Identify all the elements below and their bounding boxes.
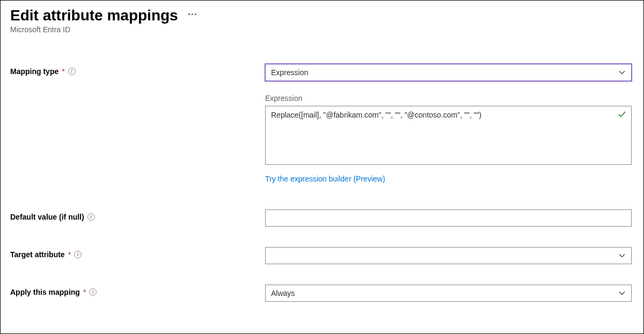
info-icon[interactable]: i — [74, 251, 82, 258]
mapping-type-label: Mapping type — [10, 67, 58, 76]
apply-mapping-select[interactable]: Always — [265, 285, 632, 302]
info-icon[interactable]: i — [89, 288, 97, 296]
required-indicator: * — [83, 288, 86, 296]
chevron-down-icon — [618, 252, 626, 259]
expression-label: Expression — [265, 94, 632, 103]
info-icon[interactable]: i — [68, 68, 76, 75]
chevron-down-icon — [618, 69, 626, 76]
default-value-input[interactable] — [265, 209, 632, 227]
default-value-label: Default value (if null) — [10, 213, 84, 221]
mapping-type-value: Expression — [271, 68, 308, 77]
required-indicator: * — [68, 250, 71, 259]
page-subtitle: Microsoft Entra ID — [10, 25, 634, 34]
apply-mapping-value: Always — [271, 289, 295, 297]
expression-textarea[interactable]: Replace([mail], "@fabrikam.com", "", "",… — [265, 106, 632, 165]
more-actions-button[interactable]: ··· — [188, 9, 197, 20]
checkmark-icon — [618, 110, 626, 119]
page-title: Edit attribute mappings — [10, 7, 178, 24]
target-attribute-select[interactable] — [265, 247, 632, 264]
target-attribute-label: Target attribute — [10, 250, 65, 259]
expression-builder-link[interactable]: Try the expression builder (Preview) — [265, 175, 385, 183]
required-indicator: * — [62, 67, 64, 76]
mapping-type-select[interactable]: Expression — [265, 64, 632, 81]
info-icon[interactable]: i — [87, 213, 95, 221]
apply-mapping-label: Apply this mapping — [10, 288, 80, 296]
chevron-down-icon — [618, 289, 626, 297]
